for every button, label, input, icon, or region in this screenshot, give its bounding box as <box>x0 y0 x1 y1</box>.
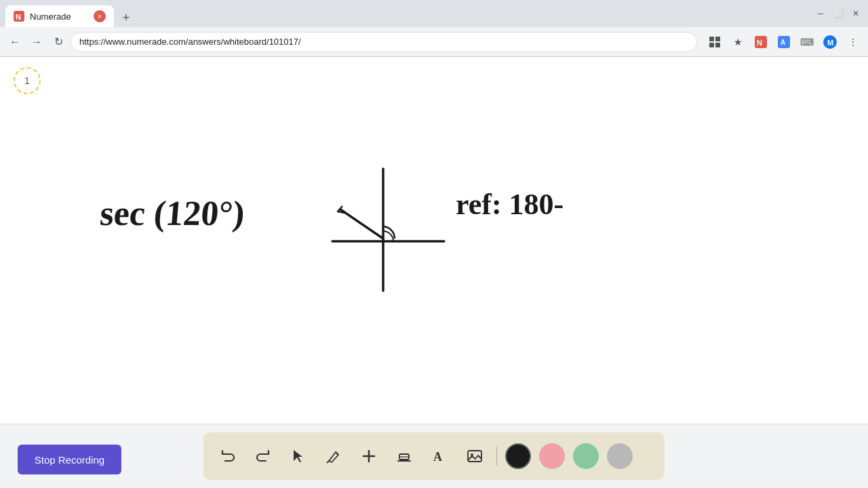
text-tool-button[interactable]: A <box>426 443 453 470</box>
svg-line-19 <box>327 461 329 463</box>
svg-rect-3 <box>715 37 720 41</box>
browser-frame: N Numerade × + ─ ⬜ ✕ ← → ↻ https://www.n… <box>0 0 868 488</box>
close-button[interactable]: ✕ <box>849 7 863 20</box>
svg-text:A: A <box>781 39 785 46</box>
tab-bar: N Numerade × + <box>5 0 136 27</box>
redo-button[interactable] <box>250 443 277 470</box>
svg-text:ref: 180-: ref: 180- <box>456 188 564 221</box>
svg-rect-2 <box>709 37 714 41</box>
bottom-bar: Stop Recording <box>0 424 868 488</box>
tab-favicon: N <box>14 11 24 22</box>
back-button[interactable]: ← <box>5 33 24 52</box>
add-button[interactable] <box>355 443 382 470</box>
extensions-icon[interactable] <box>705 33 724 52</box>
svg-text:M: M <box>827 39 833 47</box>
new-tab-button[interactable]: + <box>117 8 136 27</box>
active-tab[interactable]: N Numerade × <box>5 5 114 27</box>
svg-text:N: N <box>757 39 762 47</box>
pen-tool-button[interactable] <box>320 443 347 470</box>
svg-text:N: N <box>16 13 21 21</box>
stop-recording-button[interactable]: Stop Recording <box>18 445 121 474</box>
browser-toolbar-icons: ★ N A ⌨ M ⋮ <box>705 33 863 52</box>
forward-button[interactable]: → <box>27 33 46 52</box>
svg-text:A: A <box>433 450 442 464</box>
keyboard-icon[interactable]: ⌨ <box>797 33 816 52</box>
whiteboard[interactable]: 1 sec (120°) ref: 180- <box>0 57 868 424</box>
color-green[interactable] <box>573 443 599 469</box>
drawing-canvas: sec (120°) ref: 180- <box>0 57 868 424</box>
reload-button[interactable]: ↻ <box>49 33 68 52</box>
extension-icon-1[interactable]: N <box>751 33 770 52</box>
navigation-toolbar: ← → ↻ https://www.numerade.com/answers/w… <box>0 27 868 57</box>
tool-separator <box>496 447 497 466</box>
address-bar[interactable]: https://www.numerade.com/answers/whitebo… <box>71 32 697 52</box>
color-gray[interactable] <box>607 443 633 469</box>
bookmark-star-icon[interactable]: ★ <box>728 33 747 52</box>
svg-rect-5 <box>715 43 720 47</box>
url-text: https://www.numerade.com/answers/whitebo… <box>79 37 301 47</box>
tab-title: Numerade <box>30 12 88 22</box>
image-button[interactable] <box>461 443 488 470</box>
color-black[interactable] <box>505 443 531 469</box>
select-tool-button[interactable] <box>285 443 312 470</box>
svg-text:sec (120°): sec (120°) <box>98 194 246 233</box>
svg-rect-4 <box>709 43 714 47</box>
svg-line-18 <box>336 452 338 455</box>
extension-icon-2[interactable]: A <box>774 33 793 52</box>
eraser-button[interactable] <box>391 443 418 470</box>
profile-icon[interactable]: M <box>821 33 840 52</box>
undo-button[interactable] <box>214 443 241 470</box>
color-pink[interactable] <box>539 443 565 469</box>
maximize-button[interactable]: ⬜ <box>831 7 845 20</box>
svg-marker-17 <box>294 450 302 462</box>
svg-line-15 <box>340 209 383 239</box>
tab-close-button[interactable]: × <box>94 10 106 22</box>
minimize-button[interactable]: ─ <box>814 7 827 20</box>
menu-icon[interactable]: ⋮ <box>844 33 863 52</box>
title-bar: N Numerade × + ─ ⬜ ✕ <box>0 0 868 27</box>
tool-palette: A <box>203 432 665 480</box>
